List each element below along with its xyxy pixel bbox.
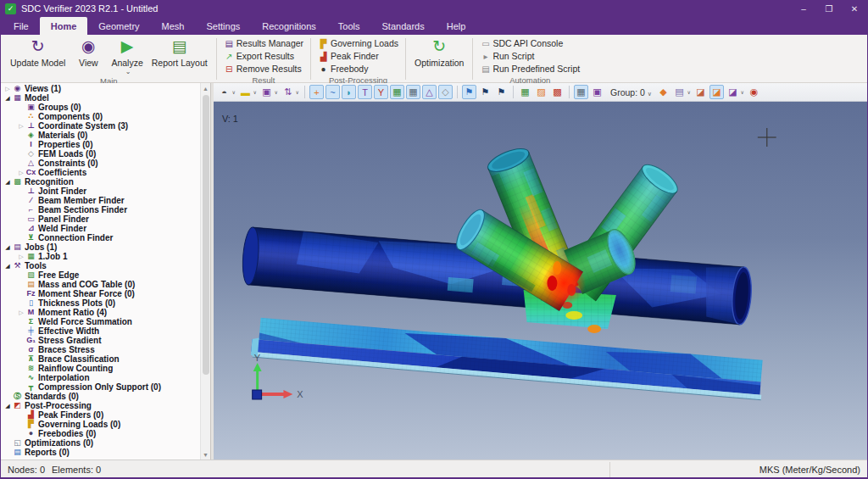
tree-item-interpolation[interactable]: ∿Interpolation bbox=[1, 373, 200, 382]
tab-mesh[interactable]: Mesh bbox=[151, 17, 196, 35]
collapse-icon[interactable]: ◢ bbox=[3, 403, 12, 409]
collapse-icon[interactable]: ◢ bbox=[3, 95, 12, 102]
tree-scrollbar[interactable]: ▲ ▼ bbox=[200, 83, 210, 460]
tree-item-components-0[interactable]: ∴Components (0) bbox=[1, 112, 200, 121]
tree-item-brace-classification[interactable]: ⊼Brace Classification bbox=[1, 354, 200, 364]
tree-item-free-edge[interactable]: ▧Free Edge bbox=[1, 270, 200, 280]
render-style-icon[interactable]: ▬∨ bbox=[238, 85, 253, 99]
close-button[interactable]: ✕ bbox=[842, 0, 867, 17]
tree-item-coefficients[interactable]: ▷CxCoefficients bbox=[1, 168, 200, 177]
tree-item-coordinate-system-3[interactable]: ▷⊥Coordinate System (3) bbox=[1, 121, 200, 131]
expand-icon[interactable]: ▷ bbox=[17, 170, 25, 176]
tree-item-connection-finder[interactable]: ⊻Connection Finder bbox=[1, 233, 200, 242]
update-model-button[interactable]: ↻Update Model bbox=[6, 36, 70, 76]
minimize-button[interactable]: – bbox=[791, 0, 816, 17]
tree-item-stress-gradient[interactable]: G₁Stress Gradient bbox=[1, 336, 200, 345]
select-mode-icon[interactable]: ▤∨ bbox=[672, 85, 687, 99]
view-orientation-icon[interactable]: ◓∨ bbox=[217, 85, 231, 99]
expand-icon[interactable]: ▷ bbox=[17, 309, 25, 316]
viewport-3d[interactable]: V: 1 Y X bbox=[214, 102, 867, 460]
tab-home[interactable]: Home bbox=[40, 17, 88, 35]
tree-item-post-processing[interactable]: ◢◩Post-Processing bbox=[1, 401, 200, 410]
show-mesh-icon[interactable]: ▦ bbox=[390, 85, 404, 99]
tree-item-weld-finder[interactable]: ⊿Weld Finder bbox=[1, 224, 200, 233]
show-solids-icon[interactable]: T bbox=[358, 85, 372, 99]
tree-item-recognition[interactable]: ◢▩Recognition bbox=[1, 177, 200, 187]
report-layout-button[interactable]: ▤Report Layout bbox=[147, 36, 212, 76]
freebody-button[interactable]: ●Freebody bbox=[315, 63, 370, 75]
expand-icon[interactable]: ▷ bbox=[3, 86, 12, 92]
tree-item-tools[interactable]: ◢⚒Tools bbox=[1, 261, 200, 270]
tab-tools[interactable]: Tools bbox=[327, 17, 371, 35]
collapse-icon[interactable]: ◢ bbox=[3, 244, 12, 251]
tree-item-groups-0[interactable]: ▣Groups (0) bbox=[1, 103, 200, 112]
show-points-icon[interactable]: + bbox=[309, 85, 324, 99]
tree-item-thickness-plots-0[interactable]: ▯Thickness Plots (0) bbox=[1, 298, 200, 308]
tab-geometry[interactable]: Geometry bbox=[87, 17, 150, 35]
tree-item-weld-force-summation[interactable]: ΣWeld Force Summation bbox=[1, 317, 200, 326]
tab-settings[interactable]: Settings bbox=[196, 17, 252, 35]
flag-prev-icon[interactable]: ⚑ bbox=[478, 85, 492, 99]
clear-marks-icon[interactable]: ◉ bbox=[747, 85, 761, 99]
tree-item-compression-only-support-0[interactable]: ┳Compression Only Support (0) bbox=[1, 382, 200, 392]
peak-finder-button[interactable]: ▟Peak Finder bbox=[315, 50, 381, 62]
tree-item-braces-stress[interactable]: σBraces Stress bbox=[1, 345, 200, 354]
tree-item-freebodies-0[interactable]: ●Freebodies (0) bbox=[1, 429, 200, 438]
export-results-button[interactable]: ↗Export Results bbox=[221, 50, 297, 62]
tree-item-beam-sections-finder[interactable]: ⌐Beam Sections Finder bbox=[1, 205, 200, 214]
flag-first-icon[interactable]: ⚑ bbox=[462, 85, 476, 99]
display-entities-icon[interactable]: ▣∨ bbox=[259, 85, 274, 99]
cube-display-icon[interactable]: ◆ bbox=[656, 85, 670, 99]
show-curves-icon[interactable]: ~ bbox=[326, 85, 340, 99]
tree-item-rainflow-counting[interactable]: ≋Rainflow Counting bbox=[1, 364, 200, 373]
sort-options-icon[interactable]: ⇅∨ bbox=[281, 85, 295, 99]
show-loads-icon[interactable]: ◇ bbox=[438, 85, 453, 99]
remove-results-button[interactable]: ⊟Remove Results bbox=[221, 63, 304, 75]
results-grid-icon[interactable]: ▦ bbox=[518, 85, 532, 99]
collapse-icon[interactable]: ◢ bbox=[3, 179, 12, 186]
view-button[interactable]: ◉View bbox=[70, 36, 107, 76]
tree-item-optimizations-0[interactable]: ◱Optimizations (0) bbox=[1, 438, 200, 448]
tree-item-standards-0[interactable]: ⓈStandards (0) bbox=[1, 392, 200, 401]
tree-item-reports-0[interactable]: ▤Reports (0) bbox=[1, 448, 200, 457]
results-manager-button[interactable]: ▤Results Manager bbox=[221, 37, 306, 49]
group-selector[interactable]: Group: 0∨ bbox=[610, 87, 652, 97]
highlight-tool-icon[interactable]: ◪ bbox=[709, 85, 724, 99]
maximize-button[interactable]: ❐ bbox=[816, 0, 842, 17]
show-constraints-icon[interactable]: △ bbox=[422, 85, 437, 99]
scroll-down-icon[interactable]: ▼ bbox=[201, 449, 211, 460]
sdc-api-console-button[interactable]: ▭SDC API Console bbox=[477, 37, 565, 49]
element-grid-icon[interactable]: ▦ bbox=[574, 85, 588, 99]
erase-tool-icon[interactable]: ◪ bbox=[693, 85, 708, 99]
scroll-up-icon[interactable]: ▲ bbox=[201, 83, 211, 93]
tree-item-governing-loads-0[interactable]: ▛Governing Loads (0) bbox=[1, 420, 200, 429]
show-axes-icon[interactable]: Y bbox=[374, 85, 388, 99]
entity-frame-icon[interactable]: ▣ bbox=[590, 85, 604, 99]
tab-recognitions[interactable]: Recognitions bbox=[251, 17, 327, 35]
tree-item-moment-shear-force-0[interactable]: FzMoment Shear Force (0) bbox=[1, 289, 200, 298]
tree-item-effective-width[interactable]: ╪Effective Width bbox=[1, 326, 200, 336]
flag-next-icon[interactable]: ⚑ bbox=[494, 85, 509, 99]
show-grid-icon[interactable]: ▦ bbox=[406, 85, 420, 99]
tab-help[interactable]: Help bbox=[436, 17, 477, 35]
tree-item-jobs-1[interactable]: ◢▤Jobs (1) bbox=[1, 242, 200, 252]
tab-file[interactable]: File bbox=[3, 17, 40, 35]
expand-icon[interactable]: ▷ bbox=[17, 123, 25, 130]
tree-item-moment-ratio-4[interactable]: ▷MMoment Ratio (4) bbox=[1, 308, 200, 317]
tree-item-constraints-0[interactable]: △Constraints (0) bbox=[1, 159, 200, 168]
tab-standards[interactable]: Standards bbox=[371, 17, 436, 35]
paint-mode-icon[interactable]: ◪∨ bbox=[726, 85, 740, 99]
tree-item-mass-and-cog-table-0[interactable]: ▤Mass and COG Table (0) bbox=[1, 280, 200, 289]
contour-plot-icon[interactable]: ▨ bbox=[534, 85, 548, 99]
tree-item-views-1[interactable]: ▷◉Views (1) bbox=[1, 84, 200, 93]
expand-icon[interactable]: ▷ bbox=[17, 253, 25, 260]
show-surfaces-icon[interactable]: ◗ bbox=[342, 85, 356, 99]
tree-item-materials-0[interactable]: ◈Materials (0) bbox=[1, 131, 200, 140]
tree-item-model[interactable]: ◢▦Model bbox=[1, 93, 200, 103]
tree-item-1-job-1[interactable]: ▷▦1.Job 1 bbox=[1, 252, 200, 261]
tree-item-beam-member-finder[interactable]: ∕Beam Member Finder bbox=[1, 196, 200, 205]
run-script-button[interactable]: ▸Run Script bbox=[477, 50, 537, 62]
scroll-thumb[interactable] bbox=[203, 95, 209, 375]
collapse-icon[interactable]: ◢ bbox=[3, 263, 12, 270]
tree-item-panel-finder[interactable]: ▭Panel Finder bbox=[1, 214, 200, 224]
